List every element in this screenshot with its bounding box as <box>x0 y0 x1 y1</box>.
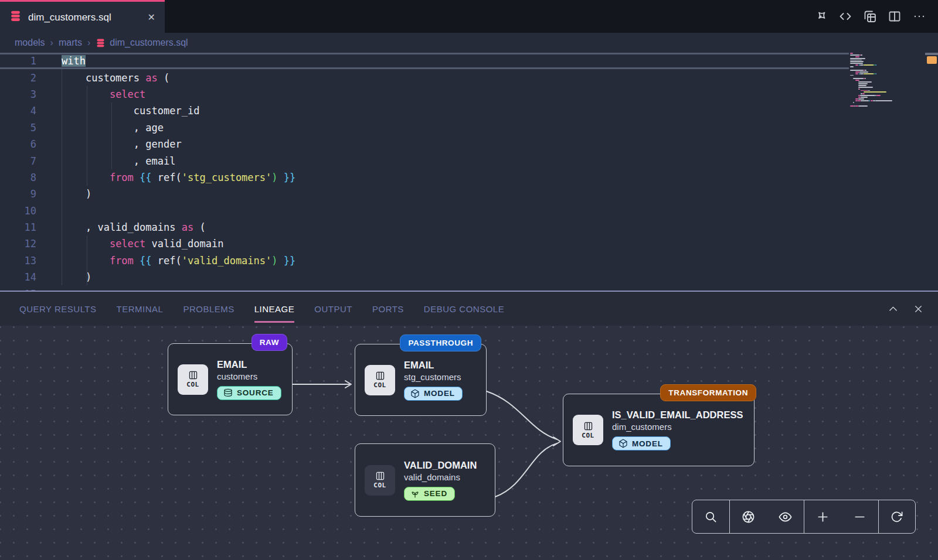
line-number: 7 <box>0 155 42 167</box>
line-number: 2 <box>0 72 42 84</box>
code-line[interactable]: 2 customers as ( <box>0 69 849 86</box>
node-tag-source[interactable]: SOURCE <box>217 386 281 400</box>
lineage-node-valid_domains[interactable]: COL VALID_DOMAIN valid_domains SEED <box>355 443 495 517</box>
app-window: dim_customers.sql ✕ models›marts›dim_cus… <box>0 0 938 560</box>
line-number: 12 <box>0 238 42 250</box>
lineage-node-stg_customers[interactable]: PASSTHROUGHCOL EMAIL stg_customers MODEL <box>355 344 487 416</box>
zoom-out-button[interactable] <box>844 500 876 533</box>
breadcrumb: models›marts›dim_customers.sql <box>0 33 938 53</box>
code-editor[interactable]: 1with2 customers as (3 select4 customer_… <box>0 53 938 291</box>
code-icon[interactable] <box>835 7 855 26</box>
search-button[interactable] <box>695 500 728 533</box>
code-line[interactable]: 12 select valid_domain <box>0 235 849 252</box>
more-actions-icon[interactable] <box>909 7 929 26</box>
line-number: 9 <box>0 188 42 200</box>
node-title: EMAIL <box>217 359 281 370</box>
lineage-toolbar <box>692 500 916 534</box>
panel-tab-output[interactable]: OUTPUT <box>304 292 362 326</box>
code-line[interactable]: 5 , age <box>0 119 849 136</box>
node-badge-passthrough: PASSTHROUGH <box>400 334 481 351</box>
line-number: 14 <box>0 271 42 283</box>
code-line[interactable]: 14 ) <box>0 269 849 285</box>
breadcrumb-file[interactable]: dim_customers.sql <box>96 37 188 48</box>
panel-tab-terminal[interactable]: TERMINAL <box>107 292 174 326</box>
code-lines: 1with2 customers as (3 select4 customer_… <box>0 53 849 291</box>
line-number: 6 <box>0 138 42 150</box>
panel-tab-query-results[interactable]: QUERY RESULTS <box>9 292 107 326</box>
line-number: 1 <box>0 55 42 67</box>
close-panel-icon[interactable] <box>913 303 924 315</box>
code-line[interactable]: 1with <box>0 53 849 69</box>
code-line[interactable]: 8 from {{ ref('stg_customers') }} <box>0 169 849 186</box>
node-title: EMAIL <box>404 360 463 371</box>
panel-header: QUERY RESULTSTERMINALPROBLEMSLINEAGEOUTP… <box>0 292 938 326</box>
close-tab-icon[interactable]: ✕ <box>148 12 155 23</box>
breadcrumb-item[interactable]: marts <box>59 37 82 48</box>
line-number: 3 <box>0 88 42 100</box>
panel-tab-lineage[interactable]: LINEAGE <box>244 292 305 326</box>
scrollbar-thumb[interactable] <box>925 53 938 55</box>
sprout-icon <box>410 489 420 498</box>
line-number: 10 <box>0 205 42 217</box>
node-title: IS_VALID_EMAIL_ADDRESS <box>612 409 743 421</box>
lineage-node-customers[interactable]: RAWCOL EMAIL customers SOURCE <box>168 343 293 415</box>
aperture-button[interactable] <box>732 500 765 533</box>
refresh-button[interactable] <box>881 500 913 533</box>
breadcrumb-separator: › <box>50 37 53 48</box>
table-copy-icon[interactable] <box>860 7 879 26</box>
node-badge-transformation: TRANSFORMATION <box>660 384 756 401</box>
lineage-node-dim_customers[interactable]: TRANSFORMATIONCOL IS_VALID_EMAIL_ADDRESS… <box>563 394 755 466</box>
line-number: 4 <box>0 105 42 117</box>
zoom-in-button[interactable] <box>807 500 840 533</box>
node-subtitle: dim_customers <box>612 422 743 432</box>
split-editor-icon[interactable] <box>885 7 904 26</box>
panel-tab-problems[interactable]: PROBLEMS <box>173 292 244 326</box>
dbt-icon[interactable] <box>811 7 830 26</box>
panel-tabs: QUERY RESULTSTERMINALPROBLEMSLINEAGEOUTP… <box>9 292 514 326</box>
code-line[interactable]: 4 customer_id <box>0 103 849 119</box>
code-line[interactable]: 9 ) <box>0 186 849 202</box>
code-line[interactable]: 15 <box>0 285 849 291</box>
cube-icon <box>410 389 420 398</box>
tab-title: dim_customers.sql <box>28 12 141 23</box>
node-tag-seed[interactable]: SEED <box>404 487 455 501</box>
breadcrumb-separator: › <box>87 37 90 48</box>
line-number: 13 <box>0 255 42 267</box>
node-subtitle: stg_customers <box>404 372 463 382</box>
editor-tab-bar: dim_customers.sql ✕ <box>0 0 938 33</box>
code-line[interactable]: 11 , valid_domains as ( <box>0 219 849 235</box>
code-line[interactable]: 7 , email <box>0 152 849 169</box>
collapse-panel-icon[interactable] <box>888 303 899 315</box>
minimap[interactable] <box>849 53 919 291</box>
panel-tab-debug-console[interactable]: DEBUG CONSOLE <box>414 292 514 326</box>
editor-actions <box>811 0 929 33</box>
line-number: 8 <box>0 172 42 183</box>
code-line[interactable]: 13 from {{ ref('valid_domains') }} <box>0 252 849 269</box>
column-icon: COL <box>178 364 208 395</box>
code-line[interactable]: 6 , gender <box>0 136 849 152</box>
bottom-panel: QUERY RESULTSTERMINALPROBLEMSLINEAGEOUTP… <box>0 291 938 560</box>
lineage-canvas[interactable]: RAWCOL EMAIL customers SOURCEPASSTHROUGH… <box>0 326 938 560</box>
database-icon <box>96 38 106 48</box>
node-tag-model[interactable]: MODEL <box>404 387 463 401</box>
node-title: VALID_DOMAIN <box>404 460 477 471</box>
code-line[interactable]: 10 <box>0 203 849 219</box>
database-icon <box>9 10 22 25</box>
cube-icon <box>618 439 628 448</box>
column-icon: COL <box>365 365 395 395</box>
ruler-marker <box>927 56 937 64</box>
eye-button[interactable] <box>769 500 802 533</box>
column-icon: COL <box>365 465 395 496</box>
node-subtitle: customers <box>217 371 281 381</box>
node-badge-raw: RAW <box>252 334 287 351</box>
panel-tab-ports[interactable]: PORTS <box>362 292 414 326</box>
node-subtitle: valid_domains <box>404 472 477 482</box>
overview-ruler[interactable] <box>925 53 938 291</box>
column-icon: COL <box>573 415 603 445</box>
breadcrumb-item[interactable]: models <box>15 37 45 48</box>
tab-dim-customers[interactable]: dim_customers.sql ✕ <box>0 0 165 33</box>
line-number: 11 <box>0 221 42 233</box>
node-tag-model[interactable]: MODEL <box>612 436 671 450</box>
panel-actions <box>888 292 924 326</box>
code-line[interactable]: 3 select <box>0 86 849 103</box>
